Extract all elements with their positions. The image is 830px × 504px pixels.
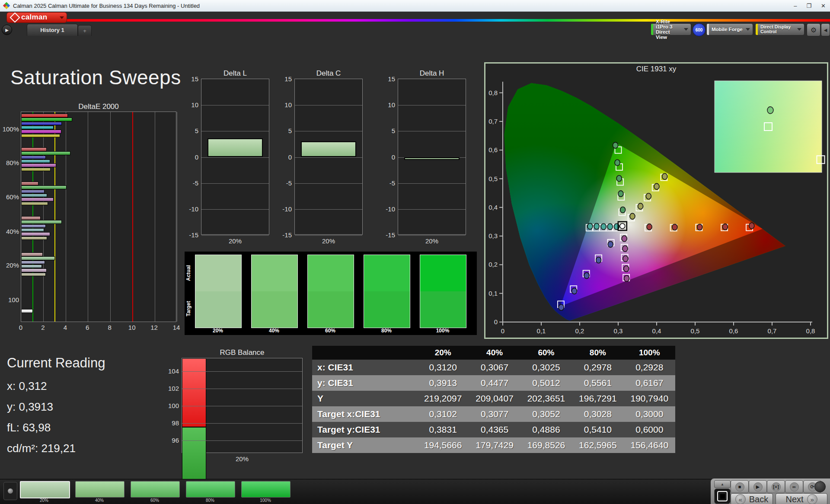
table-row: Target x:CIE310,31020,30770,30520,30280,…: [312, 406, 675, 422]
table-row: Target y:CIE310,38310,43650,48860,54100,…: [312, 422, 675, 437]
patch-button-40%[interactable]: [75, 481, 124, 498]
svg-text:0: 0: [501, 327, 504, 335]
rgb-y-label: 104: [168, 367, 179, 375]
gridline: [398, 235, 466, 236]
settings-button[interactable]: ⚙: [807, 23, 820, 36]
meter-dropdown[interactable]: X-Rite i1Pro 3 Direct View: [651, 23, 691, 35]
cyan-measured-marker: [594, 223, 599, 230]
delta-bar: [404, 157, 460, 160]
mini-chart-y-label: 5: [392, 127, 395, 134]
actual-swatch: [420, 255, 466, 291]
deltae-bar: [21, 268, 47, 272]
mini-chart-y-label: -15: [189, 231, 198, 239]
chevron-down-icon: [684, 28, 688, 31]
svg-text:0,8: 0,8: [806, 327, 815, 335]
next-button[interactable]: Next »: [776, 493, 827, 504]
patch-button-100%[interactable]: [241, 481, 290, 498]
deltae-x-label: 12: [150, 324, 158, 331]
patch-button-60%[interactable]: [131, 481, 180, 498]
svg-text:0,2: 0,2: [488, 261, 498, 268]
gridline: [182, 423, 302, 424]
mini-chart-x-label: 20%: [322, 237, 335, 245]
title-bar: Calman 2025 Calman Ultimate for Business…: [0, 0, 830, 12]
calman-logo-text: calman: [21, 13, 47, 22]
maximize-button[interactable]: ❐: [806, 3, 811, 9]
red-measured-marker: [749, 223, 754, 229]
continuous-read-button[interactable]: [+]: [767, 480, 785, 493]
actual-row-label: Actual: [185, 256, 193, 290]
swatch-column: [420, 255, 466, 328]
gridline: [295, 209, 362, 210]
rgb-balance-chart: [182, 358, 303, 453]
table-header: 60%: [520, 346, 572, 360]
tab-history[interactable]: History 1: [27, 24, 78, 36]
calman-logo-icon: [10, 12, 20, 22]
mini-chart-y-label: -5: [389, 179, 395, 186]
target-swatch: [364, 291, 410, 328]
mini-chart-y-label: -15: [386, 231, 395, 239]
deltae-bar: [21, 216, 41, 220]
patch-button-label: 20%: [20, 498, 68, 503]
stop-button[interactable]: ■: [731, 480, 749, 493]
patch-button-label: 40%: [75, 498, 124, 503]
green-measured-marker: [615, 159, 620, 166]
play-button[interactable]: ▶: [749, 480, 767, 493]
table-header: [312, 346, 417, 360]
cyan-measured-marker: [601, 223, 606, 230]
deltae-bar: [21, 265, 42, 268]
deltae-bar: [21, 114, 68, 118]
svg-text:0,1: 0,1: [537, 327, 546, 335]
patch-button-label: 100%: [241, 498, 290, 503]
deltae-x-label: 8: [108, 324, 112, 331]
target-swatch: [195, 291, 241, 328]
gridline: [88, 112, 88, 322]
collapse-panel-button[interactable]: ◀: [821, 23, 830, 36]
patch-button-80%[interactable]: [186, 481, 235, 498]
status-light: [814, 481, 826, 492]
lens-icon: [8, 488, 13, 494]
gridline: [295, 235, 362, 236]
display-control-dropdown[interactable]: Direct Display Control: [755, 23, 804, 35]
meter-indicator-button[interactable]: [3, 482, 17, 500]
svg-text:0,5: 0,5: [488, 175, 498, 182]
gridline: [295, 157, 362, 158]
deltae-bar: [21, 182, 38, 185]
panel-expand-button[interactable]: ▶: [2, 25, 12, 35]
mini-chart-y-label: 15: [284, 75, 292, 83]
deltae-x-label: 0: [19, 324, 22, 331]
expand-tray-button[interactable]: ▲: [714, 480, 731, 488]
deltae-bar: [21, 220, 62, 224]
patch-button-label: 60%: [131, 498, 179, 503]
deltae-bar: [21, 190, 45, 194]
transport-group: ▲ ■▶[+]∞⟳ « Back Next »: [711, 478, 830, 504]
svg-text:0,8: 0,8: [488, 89, 498, 96]
chevron-left-icon: ◀: [824, 28, 827, 32]
blue-measured-marker: [584, 273, 589, 279]
add-tab-button[interactable]: +: [78, 25, 92, 36]
gridline: [201, 105, 269, 105]
minimize-button[interactable]: –: [794, 3, 797, 9]
svg-text:0,4: 0,4: [488, 204, 498, 211]
calman-window: Calman 2025 Calman Ultimate for Business…: [0, 0, 830, 504]
chevron-down-icon: [60, 16, 64, 19]
deltae-bar: [21, 261, 45, 265]
mini-chart-y-label: 10: [284, 101, 292, 108]
exposure-badge[interactable]: 600: [693, 23, 706, 36]
workflow-dropdown[interactable]: Mobile Forge: [706, 23, 753, 35]
mini-chart-y-label: 5: [195, 127, 198, 134]
window-title: Calman 2025 Calman Ultimate for Business…: [13, 3, 200, 9]
gear-icon: ⚙: [811, 26, 817, 34]
table-header: 80%: [572, 346, 623, 360]
gridline: [201, 235, 269, 236]
loop-button[interactable]: ∞: [785, 480, 803, 493]
stop-icon: ■: [735, 482, 744, 491]
patch-button-20%[interactable]: [20, 481, 70, 498]
table-row: Y219,2097209,0407202,3651196,7291190,794…: [312, 391, 675, 406]
page-title: Saturation Sweeps: [10, 66, 181, 89]
back-button[interactable]: « Back: [731, 493, 773, 504]
close-button[interactable]: ✕: [821, 3, 826, 9]
deltae-bar-white: [21, 309, 33, 313]
pattern-window-button[interactable]: [714, 488, 731, 504]
deltae-y-label: 40%: [6, 228, 19, 235]
calman-menu-button[interactable]: calman: [6, 12, 67, 23]
